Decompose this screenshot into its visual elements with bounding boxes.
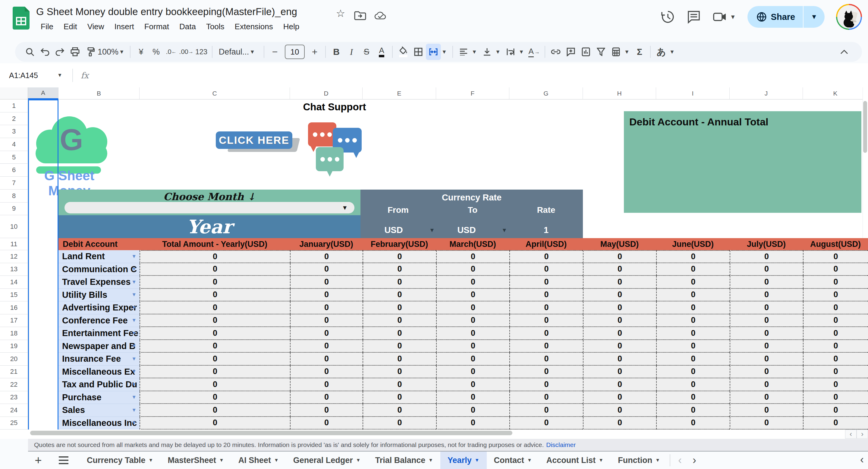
value-cell[interactable]: 0 [436,276,509,289]
side-panel-collapse-icon[interactable]: ‹ [860,453,864,466]
hscroll-left-icon[interactable]: ‹ [845,430,857,439]
font-size-input[interactable]: 10 [285,44,305,59]
borders-button[interactable] [411,44,426,60]
value-cell[interactable]: 0 [656,276,730,289]
add-sheet-button[interactable]: + [30,454,46,467]
all-sheets-menu-icon[interactable] [56,456,72,465]
value-cell[interactable]: 0 [363,417,436,430]
value-cell[interactable]: 0 [803,353,868,366]
value-cell[interactable]: 0 [730,378,803,391]
value-cell[interactable]: 0 [656,391,730,404]
value-cell[interactable]: 0 [803,366,868,379]
value-cell[interactable]: 0 [656,327,730,340]
row-header-2[interactable]: 2 [0,113,28,125]
value-cell[interactable]: 0 [140,302,290,314]
value-cell[interactable]: 0 [730,250,803,263]
value-cell[interactable]: 0 [803,417,868,430]
value-cell[interactable]: 0 [803,314,868,327]
sheet-tab-caret-icon[interactable]: ▼ [598,458,603,463]
row-header-18[interactable]: 18 [0,327,28,340]
sheet-tab-account-list[interactable]: Account List▼ [539,451,611,469]
menu-extensions[interactable]: Extensions [230,20,278,33]
sheet-tab-general-ledger[interactable]: General Ledger▼ [286,451,368,469]
merge-cells-button[interactable] [426,44,441,60]
value-cell[interactable]: 0 [509,276,583,289]
value-cell[interactable]: 0 [509,314,583,327]
sheet-tab-mastersheet[interactable]: MasterSheet▼ [160,451,231,469]
row-header-19[interactable]: 19 [0,340,28,353]
value-cell[interactable]: 0 [583,302,656,314]
account-label-cell[interactable]: Travel Expenses▼ [59,276,140,289]
account-label-cell[interactable]: Insurance Fee▼ [59,353,140,366]
row-header-8[interactable]: 8 [0,190,28,202]
create-filter-button[interactable] [593,44,609,60]
sheet-tab-trial-balance[interactable]: Trial Balance▼ [368,451,440,469]
text-rotation-button[interactable]: A→ [527,44,541,60]
text-color-button[interactable]: A [374,44,389,60]
value-cell[interactable]: 0 [290,366,363,379]
currency-to-value[interactable]: USD [436,225,497,235]
format-currency-button[interactable]: ¥ [133,44,149,60]
value-cell[interactable]: 0 [140,391,290,404]
version-history-icon[interactable] [661,10,675,24]
row-header-4[interactable]: 4 [0,138,28,151]
row-header-12[interactable]: 12 [0,250,28,263]
value-cell[interactable]: 0 [583,366,656,379]
value-cell[interactable]: 0 [140,289,290,302]
value-cell[interactable]: 0 [363,404,436,417]
row-header-25[interactable]: 25 [0,417,28,430]
value-cell[interactable]: 0 [290,263,363,276]
value-cell[interactable]: 0 [803,327,868,340]
value-cell[interactable]: 0 [803,404,868,417]
font-select[interactable]: Defaul...▼ [216,44,261,60]
click-here-button[interactable]: CLICK HERE [216,131,292,149]
value-cell[interactable]: 0 [363,289,436,302]
merge-caret-icon[interactable]: ▼ [441,49,450,55]
row-header-22[interactable]: 22 [0,378,28,391]
value-cell[interactable]: 0 [363,391,436,404]
row-header-3[interactable]: 3 [0,125,28,138]
sheet-tab-caret-icon[interactable]: ▼ [475,458,479,463]
value-cell[interactable]: 0 [290,340,363,353]
bold-button[interactable]: B [329,44,344,60]
account-label-cell[interactable]: Tax and Public Du▼ [59,378,140,391]
horizontal-align-button[interactable] [456,44,471,60]
column-header-I[interactable]: I [656,87,730,99]
menu-tools[interactable]: Tools [201,20,230,33]
account-avatar[interactable] [836,4,862,30]
value-cell[interactable]: 0 [509,366,583,379]
value-cell[interactable]: 0 [583,327,656,340]
horizontal-scrollbar-thumb[interactable] [30,431,513,435]
value-cell[interactable]: 0 [730,340,803,353]
value-cell[interactable]: 0 [509,327,583,340]
value-cell[interactable]: 0 [803,250,868,263]
italic-button[interactable]: I [344,44,359,60]
value-cell[interactable]: 0 [509,404,583,417]
value-cell[interactable]: 0 [436,391,509,404]
star-icon[interactable]: ☆ [335,7,347,19]
account-dropdown-caret-icon[interactable]: ▼ [131,420,136,426]
insert-table-button[interactable] [609,44,624,60]
vertical-align-caret-icon[interactable]: ▼ [495,49,503,55]
row-header-5[interactable]: 5 [0,151,28,164]
zoom-select[interactable]: 100%▼ [98,44,127,60]
value-cell[interactable]: 0 [656,417,730,430]
sheet-tab-caret-icon[interactable]: ▼ [149,458,153,463]
text-wrap-button[interactable] [503,44,518,60]
tabs-scroll-right-icon[interactable]: › [687,454,702,467]
value-cell[interactable]: 0 [730,276,803,289]
value-cell[interactable]: 0 [436,327,509,340]
value-cell[interactable]: 0 [730,404,803,417]
insert-chart-button[interactable] [578,44,593,60]
value-cell[interactable]: 0 [509,302,583,314]
value-cell[interactable]: 0 [509,263,583,276]
print-icon[interactable] [67,44,83,60]
row-header-9[interactable]: 9 [0,202,28,216]
column-header-D[interactable]: D [290,87,363,99]
column-header-K[interactable]: K [803,87,868,99]
value-cell[interactable]: 0 [363,250,436,263]
account-dropdown-caret-icon[interactable]: ▼ [131,382,136,387]
account-dropdown-caret-icon[interactable]: ▼ [131,253,136,259]
column-header-B[interactable]: B [59,87,140,99]
value-cell[interactable]: 0 [363,276,436,289]
